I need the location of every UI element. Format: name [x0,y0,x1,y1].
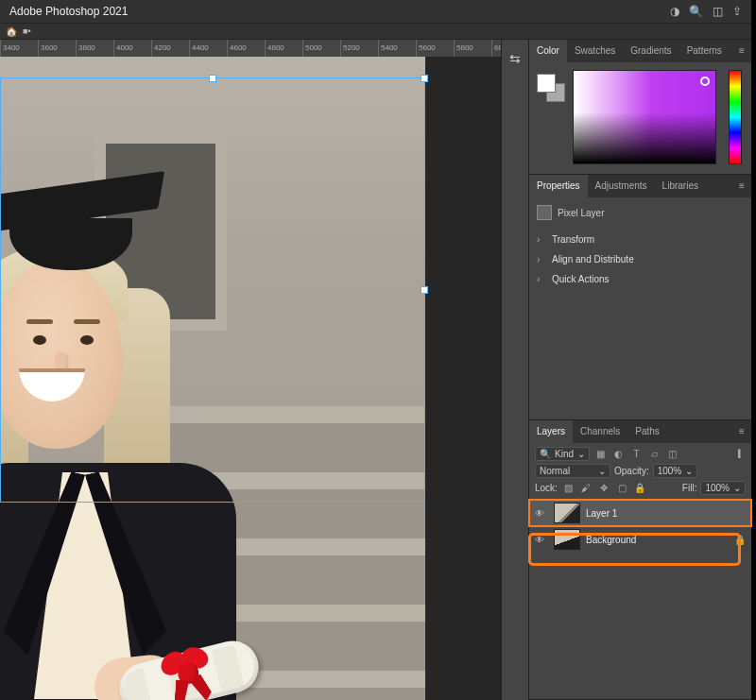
layer-list: 👁 Layer 1 👁 Background 🔒 [529,499,751,553]
cloud-docs-icon[interactable]: ◑ [670,5,679,18]
panel-menu-icon[interactable]: ≡ [732,40,751,62]
fill-input[interactable]: 100% ⌄ [700,481,746,495]
panel-menu-icon[interactable]: ≡ [732,175,751,197]
share-icon[interactable]: ⇪ [732,5,742,18]
options-bar: 🏠 ■• [0,23,751,40]
ruler-tick: 3400 [0,40,38,57]
opacity-input[interactable]: 100% ⌄ [653,464,698,478]
ruler-tick: 4800 [265,40,302,57]
layer-filter-type[interactable]: 🔍 Kind ⌄ [535,447,590,461]
foreground-color-swatch[interactable] [537,74,556,93]
ruler-tick: 6000 [491,40,501,57]
visibility-toggle-icon[interactable]: 👁 [535,508,548,519]
lock-artboard-icon[interactable]: ▢ [615,482,629,495]
ruler-tick: 4200 [151,40,189,57]
collapsed-panel-dock: ⇆ [501,40,529,700]
filter-pixel-icon[interactable]: ▦ [593,448,608,461]
ruler-tick: 4600 [227,40,265,57]
color-picker-cursor[interactable] [700,77,710,86]
ruler-tick: 5600 [416,40,454,57]
right-panels: Color Swatches Gradients Patterns ≡ Prop… [529,40,751,700]
layer-thumbnail[interactable] [554,529,580,550]
app-title: Adobe Photoshop 2021 [9,5,128,18]
filter-toggle[interactable]: ⏽ [731,448,746,461]
titlebar: Adobe Photoshop 2021 ◑ 🔍 ◫ ⇪ [0,0,751,23]
tab-gradients[interactable]: Gradients [623,40,679,62]
section-transform[interactable]: ›Transform [537,230,744,249]
visibility-toggle-icon[interactable]: 👁 [535,535,548,545]
layer-name[interactable]: Background [586,535,729,545]
app-window: Adobe Photoshop 2021 ◑ 🔍 ◫ ⇪ 🏠 ■• 3400 3… [0,0,751,700]
chevron-down-icon: ⌄ [733,483,741,493]
canvas-area[interactable]: 3400 3600 3800 4000 4200 4400 4600 4800 … [0,40,501,700]
pixel-layer-icon [537,205,552,220]
chevron-right-icon: › [537,234,546,245]
properties-title: Pixel Layer [558,208,604,218]
layers-panel: Layers Channels Paths ≡ 🔍 Kind ⌄ ▦ ◐ T ▱… [529,420,751,700]
tab-properties[interactable]: Properties [529,175,588,197]
color-field[interactable] [573,70,716,164]
tab-channels[interactable]: Channels [573,420,627,443]
tab-adjustments[interactable]: Adjustments [588,175,655,197]
tab-layers[interactable]: Layers [529,420,573,443]
search-icon[interactable]: 🔍 [689,5,703,18]
color-panel: Color Swatches Gradients Patterns ≡ [529,40,751,175]
tab-libraries[interactable]: Libraries [655,175,706,197]
chevron-right-icon: › [537,254,546,265]
ruler-tick: 4000 [113,40,151,57]
horizontal-ruler[interactable]: 3400 3600 3800 4000 4200 4400 4600 4800 … [0,40,501,57]
section-align[interactable]: ›Align and Distribute [537,249,744,269]
lock-label: Lock: [535,483,558,493]
fill-label: Fill: [682,483,697,493]
ruler-tick: 5000 [302,40,340,57]
blend-mode-select[interactable]: Normal⌄ [535,464,610,478]
filter-type-icon[interactable]: T [629,448,644,461]
properties-panel: Properties Adjustments Libraries ≡ Pixel… [529,175,751,420]
hue-slider[interactable] [729,70,742,164]
lock-icon[interactable]: 🔒 [734,535,746,545]
tab-patterns[interactable]: Patterns [679,40,730,62]
filter-smart-icon[interactable]: ◫ [665,448,679,461]
lock-pixels-icon[interactable]: 🖌 [579,482,593,495]
layer-item[interactable]: 👁 Layer 1 [529,500,751,526]
chevron-down-icon: ⌄ [598,466,606,476]
lock-all-icon[interactable]: 🔒 [633,482,647,495]
lock-transparency-icon[interactable]: ▨ [561,482,576,495]
ruler-tick: 4400 [189,40,227,57]
opacity-label: Opacity: [614,466,649,476]
ruler-tick: 5800 [454,40,491,57]
chevron-down-icon: ⌄ [685,466,693,476]
panel-menu-icon[interactable]: ≡ [732,420,751,443]
tab-swatches[interactable]: Swatches [567,40,623,62]
section-quick-actions[interactable]: ›Quick Actions [537,269,744,289]
layer-name[interactable]: Layer 1 [586,508,746,519]
filter-shape-icon[interactable]: ▱ [647,448,662,461]
titlebar-actions: ◑ 🔍 ◫ ⇪ [670,5,742,18]
tab-paths[interactable]: Paths [627,420,667,443]
tab-color[interactable]: Color [529,40,567,62]
ruler-tick: 3800 [76,40,113,57]
document-canvas[interactable] [0,57,425,700]
layer-thumbnail[interactable] [554,503,580,523]
chevron-right-icon: › [537,274,546,284]
panel-toggle-icon[interactable]: ⇆ [504,47,526,70]
ruler-tick: 5200 [340,40,378,57]
ruler-tick: 3600 [38,40,76,57]
ruler-tick: 5400 [378,40,416,57]
layer-item[interactable]: 👁 Background 🔒 [529,526,751,553]
workspace-icon[interactable]: ◫ [713,5,723,18]
lock-position-icon[interactable]: ✥ [597,482,611,495]
home-icon[interactable]: 🏠 [6,26,17,37]
record-icon[interactable]: ■• [23,26,31,36]
properties-header: Pixel Layer [537,205,744,220]
filter-adjust-icon[interactable]: ◐ [611,448,626,461]
chevron-down-icon: ⌄ [577,449,585,459]
